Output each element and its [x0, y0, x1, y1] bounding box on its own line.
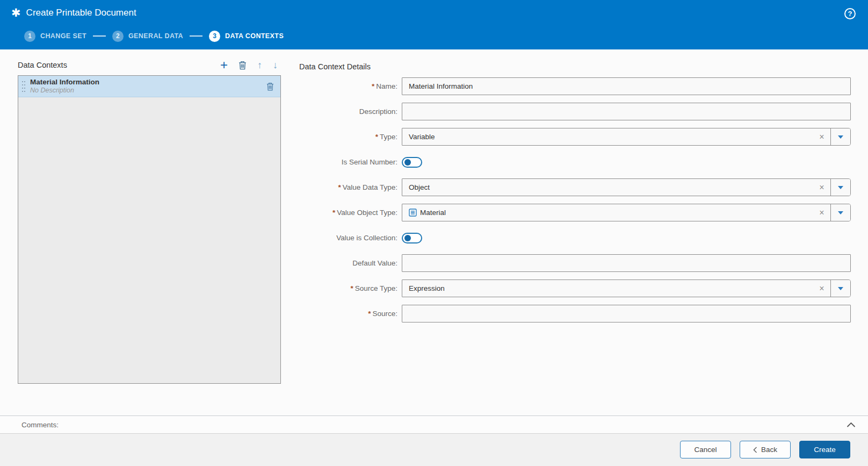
combo-value: Material — [402, 204, 813, 221]
step-number: 2 — [112, 31, 124, 42]
clear-icon[interactable]: × — [813, 179, 830, 196]
required-marker: * — [368, 310, 371, 318]
field-label-text: Value Data Type: — [343, 183, 397, 191]
list-item-text: Material InformationNo Description — [30, 77, 99, 95]
field-label-name: *Name: — [299, 82, 402, 90]
field-control: Material× — [402, 204, 851, 221]
field-label-text: Type: — [380, 133, 397, 141]
required-marker: * — [375, 133, 378, 141]
combo-value-text: Object — [409, 183, 430, 191]
form-row-default-value: Default Value: — [299, 254, 851, 272]
dropdown-arrow-button chevron-down-icon[interactable] — [831, 280, 850, 297]
move-up-button arrow-up-icon[interactable]: ↑ — [257, 60, 262, 71]
field-control — [402, 233, 851, 243]
source-type-combobox[interactable]: Expression× — [402, 279, 851, 297]
description-field[interactable] — [402, 103, 851, 120]
field-control: Expression× — [402, 279, 851, 297]
page-title: Create Printable Document — [26, 8, 136, 18]
step-number: 1 — [24, 31, 35, 42]
field-label-value-object-type: *Value Object Type: — [299, 209, 402, 217]
toggle-knob — [404, 235, 411, 241]
toggle-knob — [404, 159, 411, 166]
field-label-is-serial-number: Is Serial Number: — [299, 158, 402, 166]
data-contexts-list: Material InformationNo Description — [18, 75, 281, 384]
create-button[interactable]: Create — [799, 441, 850, 458]
form-row-type: *Type:Variable× — [299, 128, 851, 146]
type-combobox[interactable]: Variable× — [402, 128, 851, 146]
required-marker: * — [338, 183, 341, 191]
is-serial-number-toggle[interactable] — [402, 157, 422, 168]
combo-value-text: Material — [420, 209, 446, 217]
delete-item-button trash-icon[interactable] — [266, 82, 274, 91]
required-marker: * — [372, 82, 374, 90]
source-field[interactable] — [402, 305, 851, 322]
list-item-description: No Description — [30, 87, 99, 95]
field-control — [402, 254, 851, 272]
comments-bar: Comments: — [0, 415, 868, 434]
comments-label: Comments: — [21, 421, 59, 429]
cancel-button[interactable]: Cancel — [680, 441, 731, 458]
step-data-contexts[interactable]: 3DATA CONTEXTS — [209, 31, 284, 42]
combo-value: Object — [402, 179, 813, 196]
stepper: 1CHANGE SET2GENERAL DATA3DATA CONTEXTS — [24, 30, 284, 42]
back-button-label: Back — [761, 446, 777, 454]
comments-collapse-button chevron-up-icon[interactable] — [847, 422, 856, 428]
form-row-value-is-collection: Value is Collection: — [299, 229, 851, 247]
form-row-value-object-type: *Value Object Type:Material× — [299, 204, 851, 221]
help-icon[interactable]: ? — [844, 8, 856, 19]
step-number: 3 — [209, 31, 220, 42]
combo-value-text: Variable — [409, 133, 435, 141]
value-object-type-combobox[interactable]: Material× — [402, 204, 851, 221]
field-label-default-value: Default Value: — [299, 259, 402, 267]
clear-icon[interactable]: × — [813, 128, 830, 145]
combo-value: Expression — [402, 280, 813, 297]
field-control — [402, 157, 851, 168]
field-label-text: Source Type: — [355, 284, 397, 292]
data-context-form: *Name:Material InformationDescription:*T… — [299, 77, 851, 330]
step-general-data[interactable]: 2GENERAL DATA — [112, 31, 183, 42]
form-row-is-serial-number: Is Serial Number: — [299, 153, 851, 171]
drag-handle-icon[interactable] — [21, 80, 26, 93]
move-down-button arrow-down-icon[interactable]: ↓ — [273, 60, 278, 71]
required-marker: * — [350, 284, 353, 292]
dropdown-arrow-button chevron-down-icon[interactable] — [831, 128, 850, 145]
field-label-text: Description: — [359, 107, 397, 116]
value-is-collection-toggle[interactable] — [402, 233, 422, 243]
clear-icon[interactable]: × — [813, 280, 830, 297]
form-row-name: *Name:Material Information — [299, 77, 851, 95]
clear-icon[interactable]: × — [813, 204, 830, 221]
app-asterisk-icon: ✱ — [11, 7, 21, 19]
field-control: Variable× — [402, 128, 851, 146]
field-label-source: *Source: — [299, 310, 402, 318]
value-data-type-combobox[interactable]: Object× — [402, 178, 851, 196]
field-label-text: Is Serial Number: — [342, 158, 397, 166]
dropdown-arrow-button chevron-down-icon[interactable] — [831, 204, 850, 221]
default-value-field[interactable] — [402, 254, 851, 272]
combo-value-text: Expression — [409, 284, 445, 292]
required-marker: * — [332, 209, 335, 217]
footer: Cancel Back Create — [0, 434, 868, 466]
step-connector — [190, 35, 202, 37]
step-change-set[interactable]: 1CHANGE SET — [24, 31, 86, 42]
field-label-source-type: *Source Type: — [299, 284, 402, 292]
form-row-source: *Source: — [299, 305, 851, 322]
data-contexts-header: Data Contexts + ↑ ↓ — [18, 59, 281, 71]
field-label-text: Default Value: — [352, 259, 397, 267]
form-row-value-data-type: *Value Data Type:Object× — [299, 178, 851, 196]
field-label-description: Description: — [299, 107, 402, 116]
back-button[interactable]: Back — [740, 441, 791, 458]
data-contexts-title: Data Contexts — [18, 61, 67, 69]
field-label-value-is-collection: Value is Collection: — [299, 234, 402, 242]
chevron-left-icon — [753, 447, 757, 453]
add-context-button[interactable]: + — [220, 60, 228, 70]
field-control: Material Information — [402, 77, 851, 95]
name-field[interactable]: Material Information — [402, 77, 851, 95]
delete-context-button trash-icon[interactable] — [238, 61, 247, 70]
form-row-description: Description: — [299, 103, 851, 120]
list-item[interactable]: Material InformationNo Description — [18, 76, 280, 97]
field-control — [402, 305, 851, 322]
dropdown-arrow-button chevron-down-icon[interactable] — [831, 179, 850, 196]
step-label: GENERAL DATA — [128, 32, 183, 40]
material-type-icon — [409, 209, 417, 217]
field-label-text: Value Object Type: — [337, 209, 397, 217]
